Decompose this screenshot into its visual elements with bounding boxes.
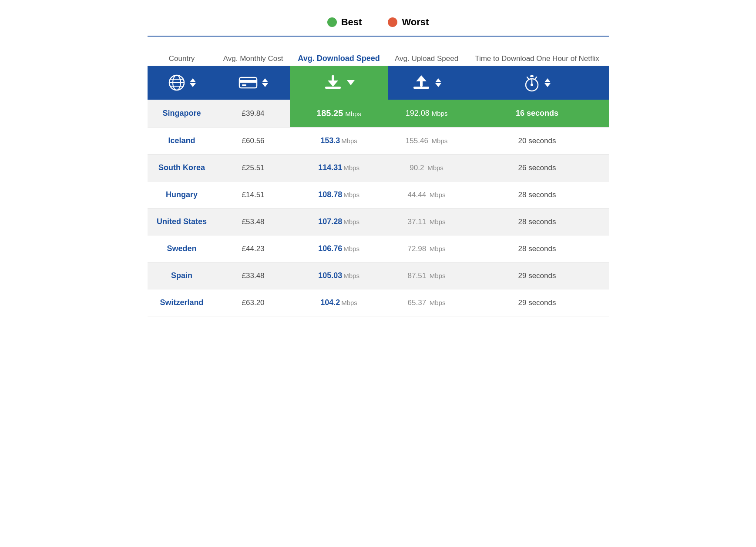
col-upload-speed: Avg. Upload Speed bbox=[388, 50, 466, 66]
data-table: Country Avg. Monthly Cost Avg. Download … bbox=[148, 50, 609, 316]
svg-marker-10 bbox=[328, 81, 338, 87]
svg-rect-8 bbox=[325, 87, 341, 89]
cell-download-speed: 105.03Mbps bbox=[290, 262, 387, 289]
cell-download-speed: 185.25 Mbps bbox=[290, 100, 387, 128]
table-row: Hungary£14.51108.78Mbps44.44 Mbps28 seco… bbox=[148, 181, 609, 208]
cell-time-to-download: 28 seconds bbox=[466, 181, 609, 208]
main-table-wrap: Country Avg. Monthly Cost Avg. Download … bbox=[148, 50, 609, 316]
svg-line-19 bbox=[535, 77, 537, 79]
cell-time-to-download: 29 seconds bbox=[466, 289, 609, 316]
upload-sort-arrows[interactable] bbox=[435, 78, 441, 87]
cell-upload-speed: 155.46 Mbps bbox=[388, 128, 466, 154]
sort-up-icon bbox=[262, 78, 268, 82]
col-download-speed: Avg. Download Speed bbox=[290, 50, 387, 66]
icon-sort-row bbox=[148, 66, 609, 100]
col-monthly-cost: Avg. Monthly Cost bbox=[216, 50, 290, 66]
svg-rect-11 bbox=[413, 87, 429, 89]
cell-time-to-download: 26 seconds bbox=[466, 154, 609, 181]
cell-upload-speed: 44.44 Mbps bbox=[388, 181, 466, 208]
cell-time-to-download: 20 seconds bbox=[466, 128, 609, 154]
sort-down-icon bbox=[435, 83, 441, 87]
table-body: Singapore£39.84185.25 Mbps192.08 Mbps16 … bbox=[148, 100, 609, 316]
sort-down-icon bbox=[190, 83, 196, 87]
svg-rect-17 bbox=[530, 75, 534, 77]
sort-down-icon bbox=[544, 83, 551, 87]
column-headers-row: Country Avg. Monthly Cost Avg. Download … bbox=[148, 50, 609, 66]
upload-icon bbox=[412, 74, 431, 91]
cell-upload-speed: 65.37 Mbps bbox=[388, 289, 466, 316]
cell-country: Sweden bbox=[148, 235, 216, 262]
download-icon bbox=[323, 74, 343, 91]
table-row: Switzerland£63.20104.2Mbps65.37 Mbps29 s… bbox=[148, 289, 609, 316]
legend-best: Best bbox=[327, 17, 362, 28]
table-row: Sweden£44.23106.76Mbps72.98 Mbps28 secon… bbox=[148, 235, 609, 262]
sort-up-icon bbox=[544, 78, 551, 82]
sort-upload-cell[interactable] bbox=[388, 66, 466, 100]
best-dot bbox=[327, 17, 337, 27]
cell-download-speed: 114.31Mbps bbox=[290, 154, 387, 181]
cell-time-to-download: 28 seconds bbox=[466, 208, 609, 235]
globe-icon bbox=[168, 74, 185, 91]
worst-label: Worst bbox=[402, 17, 429, 28]
sort-download-cell[interactable] bbox=[290, 66, 387, 100]
cell-download-speed: 153.3Mbps bbox=[290, 128, 387, 154]
sort-country-cell[interactable] bbox=[148, 66, 216, 100]
cell-download-speed: 107.28Mbps bbox=[290, 208, 387, 235]
svg-marker-13 bbox=[416, 75, 427, 81]
legend: Best Worst bbox=[148, 9, 609, 36]
cell-download-speed: 104.2Mbps bbox=[290, 289, 387, 316]
cell-time-to-download: 29 seconds bbox=[466, 262, 609, 289]
sort-up-icon bbox=[190, 78, 196, 82]
header-divider bbox=[148, 36, 609, 37]
stopwatch-icon bbox=[524, 74, 540, 92]
best-label: Best bbox=[341, 17, 362, 28]
cell-monthly-cost: £33.48 bbox=[216, 262, 290, 289]
cell-monthly-cost: £53.48 bbox=[216, 208, 290, 235]
cell-upload-speed: 90.2 Mbps bbox=[388, 154, 466, 181]
table-row: Singapore£39.84185.25 Mbps192.08 Mbps16 … bbox=[148, 100, 609, 128]
cell-country: South Korea bbox=[148, 154, 216, 181]
cell-monthly-cost: £60.56 bbox=[216, 128, 290, 154]
cell-monthly-cost: £63.20 bbox=[216, 289, 290, 316]
credit-card-icon bbox=[239, 76, 258, 90]
legend-worst: Worst bbox=[388, 17, 429, 28]
cell-upload-speed: 37.11 Mbps bbox=[388, 208, 466, 235]
cell-upload-speed: 192.08 Mbps bbox=[388, 100, 466, 128]
cell-time-to-download: 28 seconds bbox=[466, 235, 609, 262]
sort-up-icon bbox=[435, 78, 441, 82]
cell-time-to-download: 16 seconds bbox=[466, 100, 609, 128]
svg-line-18 bbox=[527, 77, 529, 79]
cost-sort-arrows[interactable] bbox=[262, 78, 268, 87]
svg-rect-7 bbox=[242, 84, 246, 86]
cell-country: Switzerland bbox=[148, 289, 216, 316]
sort-cost-cell[interactable] bbox=[216, 66, 290, 100]
cell-monthly-cost: £44.23 bbox=[216, 235, 290, 262]
table-row: Iceland£60.56153.3Mbps155.46 Mbps20 seco… bbox=[148, 128, 609, 154]
sort-down-icon bbox=[347, 80, 355, 85]
cell-upload-speed: 87.51 Mbps bbox=[388, 262, 466, 289]
table-row: South Korea£25.51114.31Mbps90.2 Mbps26 s… bbox=[148, 154, 609, 181]
cell-country: United States bbox=[148, 208, 216, 235]
svg-rect-6 bbox=[239, 80, 257, 83]
cell-monthly-cost: £39.84 bbox=[216, 100, 290, 128]
table-row: United States£53.48107.28Mbps37.11 Mbps2… bbox=[148, 208, 609, 235]
cell-monthly-cost: £14.51 bbox=[216, 181, 290, 208]
cell-country: Iceland bbox=[148, 128, 216, 154]
table-row: Spain£33.48105.03Mbps87.51 Mbps29 second… bbox=[148, 262, 609, 289]
cell-country: Hungary bbox=[148, 181, 216, 208]
cell-upload-speed: 72.98 Mbps bbox=[388, 235, 466, 262]
cell-download-speed: 106.76Mbps bbox=[290, 235, 387, 262]
cell-country: Singapore bbox=[148, 100, 216, 128]
cell-monthly-cost: £25.51 bbox=[216, 154, 290, 181]
cell-download-speed: 108.78Mbps bbox=[290, 181, 387, 208]
col-time-to-download: Time to Download One Hour of Netflix bbox=[466, 50, 609, 66]
worst-dot bbox=[388, 17, 397, 27]
time-sort-arrows[interactable] bbox=[544, 78, 551, 87]
download-sort-arrows[interactable] bbox=[347, 80, 355, 85]
country-sort-arrows[interactable] bbox=[190, 78, 196, 87]
sort-down-icon bbox=[262, 83, 268, 87]
cell-country: Spain bbox=[148, 262, 216, 289]
col-country: Country bbox=[148, 50, 216, 66]
sort-time-cell[interactable] bbox=[466, 66, 609, 100]
